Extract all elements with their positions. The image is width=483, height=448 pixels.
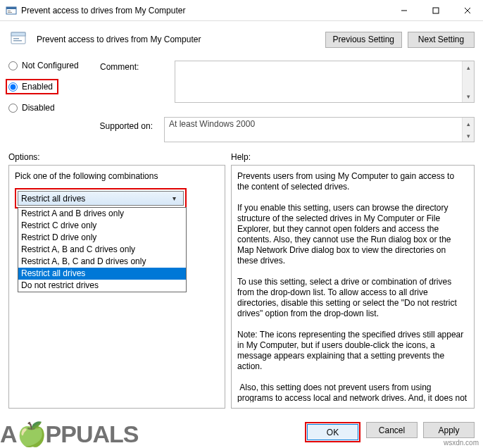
comment-textarea[interactable] xyxy=(175,61,462,102)
svg-rect-3 xyxy=(8,12,12,13)
chevron-down-icon: ▾ xyxy=(168,194,180,202)
drive-restriction-combo[interactable]: Restrict all drives ▾ xyxy=(18,191,184,206)
supported-row: Supported on: At least Windows 2000 ▴ ▾ xyxy=(0,113,483,149)
options-panel: Pick one of the following combinations R… xyxy=(8,165,225,409)
state-column: Not Configured Enabled Disabled xyxy=(8,61,86,113)
comment-label: Comment: xyxy=(100,61,163,72)
policy-title: Prevent access to drives from My Compute… xyxy=(37,35,320,44)
radio-disabled[interactable]: Disabled xyxy=(8,103,86,113)
comment-column: Comment: ▴ ▾ xyxy=(100,61,475,113)
combo-option[interactable]: Restrict D drive only xyxy=(18,232,186,244)
combo-option[interactable]: Restrict A and B drives only xyxy=(18,208,186,220)
logo-part1: A xyxy=(0,421,17,447)
radio-disabled-label: Disabled xyxy=(22,103,55,113)
logo-part2: PPUALS xyxy=(46,421,139,447)
previous-setting-button[interactable]: Previous Setting xyxy=(325,32,402,48)
radio-disabled-input[interactable] xyxy=(8,104,18,113)
combo-highlight: Restrict all drives ▾ Restrict A and B d… xyxy=(15,188,187,209)
combo-option[interactable]: Restrict C drive only xyxy=(18,220,186,232)
radio-enabled[interactable]: Enabled xyxy=(8,82,53,92)
app-icon xyxy=(6,5,17,16)
combo-option[interactable]: Restrict A, B and C drives only xyxy=(18,244,186,256)
scroll-track[interactable] xyxy=(463,73,474,90)
svg-rect-1 xyxy=(6,7,16,9)
help-text: Prevents users from using My Computer to… xyxy=(237,171,468,402)
apply-button[interactable]: Apply xyxy=(423,422,475,438)
cancel-button[interactable]: Cancel xyxy=(366,422,418,438)
state-row: Not Configured Enabled Disabled Comment:… xyxy=(0,55,483,113)
combo-option-selected[interactable]: Restrict all drives xyxy=(18,268,186,280)
svg-rect-11 xyxy=(13,40,22,42)
supported-scrollbar[interactable]: ▴ ▾ xyxy=(462,118,474,142)
close-button[interactable] xyxy=(451,0,483,21)
content-row: Pick one of the following combinations R… xyxy=(0,163,483,409)
radio-not-configured[interactable]: Not Configured xyxy=(8,61,86,70)
minimize-button[interactable] xyxy=(388,0,420,21)
comment-scrollbar[interactable]: ▴ ▾ xyxy=(462,61,474,102)
apple-icon: 🍏 xyxy=(17,421,46,447)
next-setting-button[interactable]: Next Setting xyxy=(408,32,475,48)
window-title: Prevent access to drives from My Compute… xyxy=(21,6,388,15)
combo-option[interactable]: Do not restrict drives xyxy=(18,280,186,292)
help-panel: Prevents users from using My Computer to… xyxy=(231,165,475,409)
radio-not-configured-input[interactable] xyxy=(8,61,18,70)
radio-enabled-label: Enabled xyxy=(22,82,53,92)
svg-rect-5 xyxy=(433,8,439,13)
svg-rect-2 xyxy=(8,11,11,11)
title-bar: Prevent access to drives from My Compute… xyxy=(0,0,483,21)
scroll-up-icon[interactable]: ▴ xyxy=(463,61,474,73)
drive-restriction-dropdown[interactable]: Restrict A and B drives only Restrict C … xyxy=(18,207,187,292)
ok-highlight: OK xyxy=(305,422,360,442)
supported-box: At least Windows 2000 ▴ ▾ xyxy=(164,117,475,142)
section-labels: Options: Help: xyxy=(0,149,483,163)
supported-label: Supported on: xyxy=(8,117,153,142)
policy-icon xyxy=(8,28,31,51)
site-logo: A🍏PPUALS xyxy=(0,420,138,448)
radio-enabled-input[interactable] xyxy=(8,82,18,92)
maximize-button[interactable] xyxy=(420,0,451,21)
combo-selected-value: Restrict all drives xyxy=(21,194,168,204)
policy-header: Prevent access to drives from My Compute… xyxy=(0,21,483,55)
scroll-down-icon[interactable]: ▾ xyxy=(463,130,474,142)
comment-box: ▴ ▾ xyxy=(175,61,475,103)
help-label: Help: xyxy=(231,152,475,162)
scroll-down-icon[interactable]: ▾ xyxy=(463,90,474,102)
svg-rect-9 xyxy=(11,32,25,36)
scroll-up-icon[interactable]: ▴ xyxy=(463,118,474,130)
ok-button[interactable]: OK xyxy=(307,424,358,440)
radio-not-configured-label: Not Configured xyxy=(22,61,79,70)
svg-rect-10 xyxy=(13,38,19,39)
combo-option[interactable]: Restrict A, B, C and D drives only xyxy=(18,256,186,268)
pick-combination-label: Pick one of the following combinations xyxy=(15,171,219,181)
watermark: wsxdn.com xyxy=(444,439,479,447)
supported-value: At least Windows 2000 xyxy=(165,118,462,142)
options-label: Options: xyxy=(8,152,231,162)
radio-enabled-highlight: Enabled xyxy=(6,79,58,94)
